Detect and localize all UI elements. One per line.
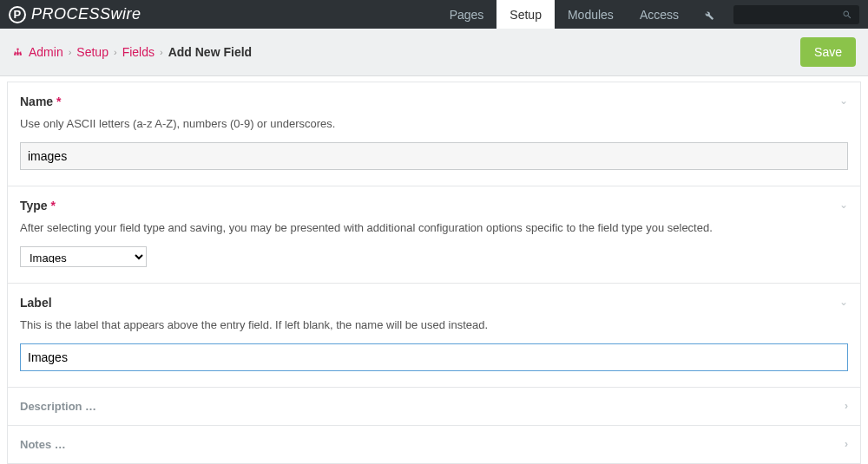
nav-access[interactable]: Access: [627, 0, 692, 29]
crumb-sep: ›: [69, 47, 72, 57]
name-input[interactable]: [20, 142, 848, 170]
panel-description-title: Description …: [20, 400, 96, 413]
chevron-down-icon[interactable]: ⌄: [839, 199, 848, 211]
panel-name: Name * ⌄ Use only ASCII letters (a-z A-Z…: [7, 82, 861, 186]
panel-name-help: Use only ASCII letters (a-z A-Z), number…: [20, 117, 848, 130]
panel-description[interactable]: Description … ›: [7, 388, 861, 426]
panel-label-help: This is the label that appears above the…: [20, 318, 848, 331]
breadcrumb: Admin › Setup › Fields › Add New Field: [12, 45, 800, 59]
top-nav: Pages Setup Modules Access: [437, 0, 692, 29]
crumb-current: Add New Field: [168, 45, 252, 59]
crumb-sep: ›: [114, 47, 117, 57]
search-input[interactable]: [733, 5, 859, 24]
panel-label: Label ⌄ This is the label that appears a…: [7, 284, 861, 388]
panel-type-help: After selecting your field type and savi…: [20, 221, 848, 234]
save-button-top[interactable]: Save: [800, 37, 856, 67]
required-mark: *: [51, 199, 56, 212]
crumb-admin[interactable]: Admin: [29, 45, 63, 59]
crumb-fields[interactable]: Fields: [122, 45, 155, 59]
sitemap-icon[interactable]: [12, 47, 23, 58]
type-select[interactable]: Images: [20, 246, 147, 267]
label-input[interactable]: [20, 343, 848, 371]
wrench-icon[interactable]: [692, 9, 725, 21]
required-mark: *: [56, 95, 61, 108]
crumb-setup[interactable]: Setup: [76, 45, 108, 59]
nav-modules[interactable]: Modules: [555, 0, 627, 29]
panel-type-title: Type *: [20, 199, 848, 212]
nav-setup[interactable]: Setup: [496, 0, 555, 29]
chevron-down-icon[interactable]: ⌄: [839, 95, 848, 107]
chevron-right-icon: ›: [845, 438, 848, 450]
logo-icon: P: [9, 6, 26, 23]
panel-name-title: Name *: [20, 95, 848, 108]
breadcrumb-bar: Admin › Setup › Fields › Add New Field S…: [0, 29, 868, 76]
panel-type: Type * ⌄ After selecting your field type…: [7, 186, 861, 284]
crumb-sep: ›: [160, 47, 163, 57]
top-nav-bar: P PROCESSwire Pages Setup Modules Access: [0, 0, 868, 29]
panel-label-title: Label: [20, 296, 848, 310]
chevron-down-icon[interactable]: ⌄: [839, 296, 848, 308]
brand-logo[interactable]: P PROCESSwire: [9, 5, 437, 23]
brand-name: PROCESSwire: [31, 5, 141, 23]
panel-notes-title: Notes …: [20, 438, 66, 451]
search-icon: [842, 10, 852, 20]
chevron-right-icon: ›: [845, 400, 848, 412]
panel-notes[interactable]: Notes … ›: [7, 426, 861, 464]
nav-pages[interactable]: Pages: [437, 0, 497, 29]
